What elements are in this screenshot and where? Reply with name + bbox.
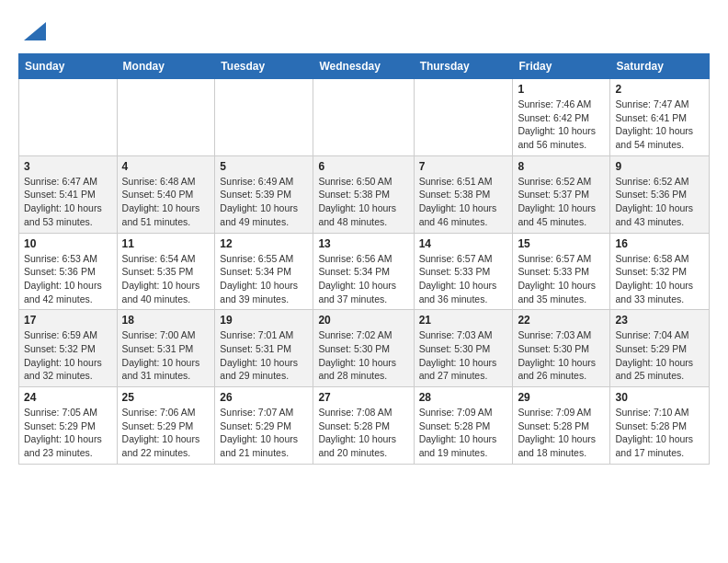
day-info: Sunrise: 6:59 AM Sunset: 5:32 PM Dayligh… (24, 328, 112, 383)
day-info: Sunrise: 6:55 AM Sunset: 5:34 PM Dayligh… (220, 252, 308, 306)
calendar-cell: 21Sunrise: 7:03 AM Sunset: 5:30 PM Dayli… (414, 310, 513, 387)
day-number: 11 (122, 237, 210, 250)
day-number: 15 (518, 237, 605, 250)
calendar-cell: 19Sunrise: 7:01 AM Sunset: 5:31 PM Dayli… (215, 310, 313, 387)
day-info: Sunrise: 6:58 AM Sunset: 5:32 PM Dayligh… (615, 252, 704, 306)
week-row: 24Sunrise: 7:05 AM Sunset: 5:29 PM Dayli… (19, 387, 710, 465)
day-info: Sunrise: 7:06 AM Sunset: 5:29 PM Dayligh… (122, 406, 210, 460)
day-info: Sunrise: 7:03 AM Sunset: 5:30 PM Dayligh… (419, 328, 508, 383)
day-info: Sunrise: 6:57 AM Sunset: 5:33 PM Dayligh… (518, 252, 605, 306)
logo-icon (20, 18, 46, 44)
day-info: Sunrise: 7:46 AM Sunset: 6:42 PM Dayligh… (518, 98, 605, 152)
day-info: Sunrise: 7:10 AM Sunset: 5:28 PM Dayligh… (615, 406, 704, 460)
weekday-header: Saturday (610, 54, 710, 79)
day-number: 1 (518, 83, 605, 96)
day-info: Sunrise: 7:05 AM Sunset: 5:29 PM Dayligh… (24, 406, 112, 460)
calendar-cell (313, 79, 414, 156)
calendar-cell: 28Sunrise: 7:09 AM Sunset: 5:28 PM Dayli… (414, 387, 513, 465)
header (18, 15, 710, 44)
day-info: Sunrise: 6:49 AM Sunset: 5:39 PM Dayligh… (220, 175, 308, 229)
calendar-cell: 22Sunrise: 7:03 AM Sunset: 5:30 PM Dayli… (513, 310, 610, 387)
calendar-cell (19, 79, 118, 156)
calendar-cell: 17Sunrise: 6:59 AM Sunset: 5:32 PM Dayli… (19, 310, 118, 387)
calendar-cell (117, 79, 215, 156)
weekday-header: Friday (513, 54, 610, 79)
day-number: 9 (615, 160, 704, 173)
day-info: Sunrise: 6:47 AM Sunset: 5:41 PM Dayligh… (24, 175, 112, 229)
calendar-cell: 20Sunrise: 7:02 AM Sunset: 5:30 PM Dayli… (313, 310, 414, 387)
day-info: Sunrise: 6:52 AM Sunset: 5:37 PM Dayligh… (518, 175, 605, 229)
calendar-cell: 10Sunrise: 6:53 AM Sunset: 5:36 PM Dayli… (19, 233, 118, 310)
calendar-table: SundayMondayTuesdayWednesdayThursdayFrid… (18, 53, 710, 465)
calendar-cell: 29Sunrise: 7:09 AM Sunset: 5:28 PM Dayli… (513, 387, 610, 465)
calendar-cell: 25Sunrise: 7:06 AM Sunset: 5:29 PM Dayli… (117, 387, 215, 465)
day-number: 6 (318, 160, 408, 173)
day-number: 19 (220, 314, 308, 327)
day-number: 7 (419, 160, 508, 173)
calendar-cell: 8Sunrise: 6:52 AM Sunset: 5:37 PM Daylig… (513, 155, 610, 233)
day-info: Sunrise: 6:53 AM Sunset: 5:36 PM Dayligh… (24, 252, 112, 306)
day-info: Sunrise: 7:04 AM Sunset: 5:29 PM Dayligh… (615, 328, 704, 383)
day-info: Sunrise: 6:57 AM Sunset: 5:33 PM Dayligh… (419, 252, 508, 306)
logo (18, 18, 46, 44)
day-info: Sunrise: 7:08 AM Sunset: 5:28 PM Dayligh… (318, 406, 408, 460)
calendar-cell: 15Sunrise: 6:57 AM Sunset: 5:33 PM Dayli… (513, 233, 610, 310)
day-info: Sunrise: 7:09 AM Sunset: 5:28 PM Dayligh… (518, 406, 605, 460)
week-row: 1Sunrise: 7:46 AM Sunset: 6:42 PM Daylig… (19, 79, 710, 156)
week-row: 17Sunrise: 6:59 AM Sunset: 5:32 PM Dayli… (19, 310, 710, 387)
day-number: 8 (518, 160, 605, 173)
day-info: Sunrise: 7:09 AM Sunset: 5:28 PM Dayligh… (419, 406, 508, 460)
day-number: 3 (24, 160, 112, 173)
day-info: Sunrise: 7:00 AM Sunset: 5:31 PM Dayligh… (122, 328, 210, 383)
day-number: 24 (24, 391, 112, 404)
day-number: 26 (220, 391, 308, 404)
day-number: 20 (318, 314, 408, 327)
day-number: 16 (615, 237, 704, 250)
day-number: 5 (220, 160, 308, 173)
day-number: 18 (122, 314, 210, 327)
day-info: Sunrise: 7:03 AM Sunset: 5:30 PM Dayligh… (518, 328, 605, 383)
day-number: 12 (220, 237, 308, 250)
calendar-cell: 18Sunrise: 7:00 AM Sunset: 5:31 PM Dayli… (117, 310, 215, 387)
day-info: Sunrise: 7:02 AM Sunset: 5:30 PM Dayligh… (318, 328, 408, 383)
day-info: Sunrise: 6:56 AM Sunset: 5:34 PM Dayligh… (318, 252, 408, 306)
day-number: 13 (318, 237, 408, 250)
day-info: Sunrise: 7:01 AM Sunset: 5:31 PM Dayligh… (220, 328, 308, 383)
weekday-header: Sunday (19, 54, 118, 79)
calendar-cell: 23Sunrise: 7:04 AM Sunset: 5:29 PM Dayli… (610, 310, 710, 387)
day-number: 25 (122, 391, 210, 404)
day-number: 2 (615, 83, 704, 96)
day-number: 23 (615, 314, 704, 327)
calendar-cell: 4Sunrise: 6:48 AM Sunset: 5:40 PM Daylig… (117, 155, 215, 233)
weekday-header: Tuesday (215, 54, 313, 79)
calendar-cell: 24Sunrise: 7:05 AM Sunset: 5:29 PM Dayli… (19, 387, 118, 465)
week-row: 10Sunrise: 6:53 AM Sunset: 5:36 PM Dayli… (19, 233, 710, 310)
calendar-cell: 14Sunrise: 6:57 AM Sunset: 5:33 PM Dayli… (414, 233, 513, 310)
day-info: Sunrise: 6:54 AM Sunset: 5:35 PM Dayligh… (122, 252, 210, 306)
calendar-cell: 2Sunrise: 7:47 AM Sunset: 6:41 PM Daylig… (610, 79, 710, 156)
day-number: 22 (518, 314, 605, 327)
day-number: 10 (24, 237, 112, 250)
day-info: Sunrise: 6:50 AM Sunset: 5:38 PM Dayligh… (318, 175, 408, 229)
day-info: Sunrise: 6:51 AM Sunset: 5:38 PM Dayligh… (419, 175, 508, 229)
day-info: Sunrise: 7:47 AM Sunset: 6:41 PM Dayligh… (615, 98, 704, 152)
calendar-cell: 30Sunrise: 7:10 AM Sunset: 5:28 PM Dayli… (610, 387, 710, 465)
day-number: 27 (318, 391, 408, 404)
calendar-cell: 7Sunrise: 6:51 AM Sunset: 5:38 PM Daylig… (414, 155, 513, 233)
calendar-cell: 5Sunrise: 6:49 AM Sunset: 5:39 PM Daylig… (215, 155, 313, 233)
day-number: 29 (518, 391, 605, 404)
svg-marker-0 (24, 22, 46, 40)
page: SundayMondayTuesdayWednesdayThursdayFrid… (0, 0, 728, 479)
calendar-cell: 6Sunrise: 6:50 AM Sunset: 5:38 PM Daylig… (313, 155, 414, 233)
calendar-cell: 3Sunrise: 6:47 AM Sunset: 5:41 PM Daylig… (19, 155, 118, 233)
day-number: 4 (122, 160, 210, 173)
calendar-cell: 26Sunrise: 7:07 AM Sunset: 5:29 PM Dayli… (215, 387, 313, 465)
weekday-header-row: SundayMondayTuesdayWednesdayThursdayFrid… (19, 54, 710, 79)
calendar-cell (414, 79, 513, 156)
calendar-cell: 12Sunrise: 6:55 AM Sunset: 5:34 PM Dayli… (215, 233, 313, 310)
calendar-cell: 11Sunrise: 6:54 AM Sunset: 5:35 PM Dayli… (117, 233, 215, 310)
day-number: 21 (419, 314, 508, 327)
week-row: 3Sunrise: 6:47 AM Sunset: 5:41 PM Daylig… (19, 155, 710, 233)
day-info: Sunrise: 6:48 AM Sunset: 5:40 PM Dayligh… (122, 175, 210, 229)
day-number: 14 (419, 237, 508, 250)
